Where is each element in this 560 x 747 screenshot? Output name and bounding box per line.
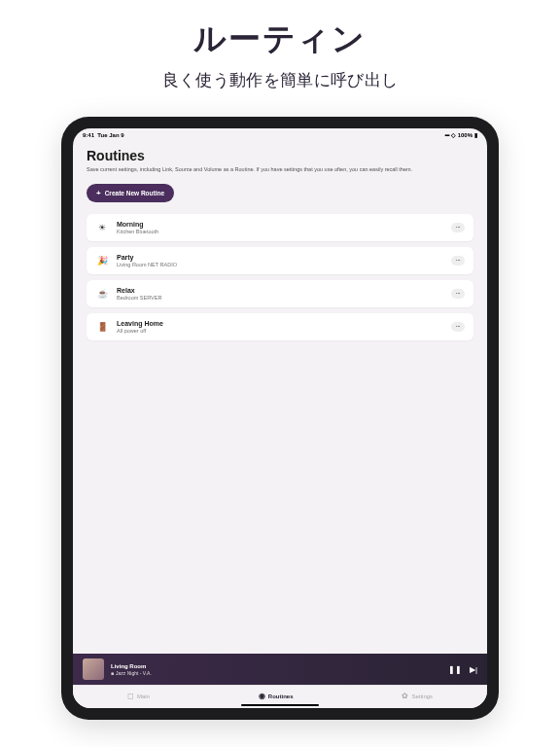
routine-card[interactable]: ☀MorningKitchen Bluetooth···	[87, 214, 473, 241]
routine-icon: ☀	[95, 221, 109, 234]
wifi-icon: ◇	[451, 131, 456, 138]
routine-icon: 🚪	[95, 320, 109, 334]
routine-text: RelaxBedroom SERVER	[117, 287, 443, 301]
player-room: Living Room	[111, 663, 441, 669]
routine-name: Leaving Home	[117, 320, 443, 327]
player-controls: ❚❚ ▶|	[448, 665, 477, 674]
create-button-label: Create New Routine	[105, 190, 164, 196]
status-bar: 9:41 Tue Jan 9 ▪▪▪▪ ◇ 100% ▮	[73, 128, 487, 138]
battery-icon: ▮	[474, 131, 477, 138]
routine-card[interactable]: ☕RelaxBedroom SERVER···	[87, 280, 473, 307]
routine-meta: Bedroom SERVER	[117, 295, 443, 301]
routine-more-button[interactable]: ···	[451, 223, 465, 232]
routine-text: PartyLiving Room NET RADIO	[117, 254, 443, 267]
player-track: ■ Jazz Night - V.A.	[111, 670, 441, 676]
settings-icon: ✿	[402, 692, 408, 700]
tab-main[interactable]: ◻ Main	[127, 692, 150, 700]
routine-text: Leaving HomeAll power off	[117, 320, 443, 334]
routine-icon: 🎉	[95, 254, 109, 267]
routine-card[interactable]: 🚪Leaving HomeAll power off···	[87, 313, 473, 340]
routine-meta: Kitchen Bluetooth	[117, 229, 443, 234]
routine-meta: All power off	[117, 328, 443, 334]
music-icon: ■	[111, 670, 114, 676]
tablet-screen: 9:41 Tue Jan 9 ▪▪▪▪ ◇ 100% ▮ Routines Sa…	[73, 128, 487, 708]
album-art	[83, 658, 104, 680]
routine-name: Party	[117, 254, 443, 261]
routine-name: Relax	[117, 287, 443, 294]
player-text: Living Room ■ Jazz Night - V.A.	[111, 663, 441, 676]
pause-button[interactable]: ❚❚	[448, 665, 462, 674]
player-bar[interactable]: Living Room ■ Jazz Night - V.A. ❚❚ ▶|	[73, 654, 487, 685]
home-indicator	[241, 704, 319, 707]
content: Routines Save current settings, includin…	[73, 138, 487, 654]
page-title: Routines	[87, 148, 473, 163]
create-routine-button[interactable]: + Create New Routine	[87, 184, 174, 202]
routine-name: Morning	[117, 221, 443, 228]
status-right: ▪▪▪▪ ◇ 100% ▮	[444, 131, 477, 138]
routine-more-button[interactable]: ···	[451, 289, 465, 299]
tab-settings[interactable]: ✿ Settings	[402, 692, 433, 700]
routine-text: MorningKitchen Bluetooth	[117, 221, 443, 234]
routine-list: ☀MorningKitchen Bluetooth···🎉PartyLiving…	[87, 214, 473, 340]
tab-routines[interactable]: ◉ Routines	[259, 692, 294, 700]
routine-more-button[interactable]: ···	[451, 322, 465, 332]
status-time-date: 9:41 Tue Jan 9	[83, 132, 124, 138]
routine-meta: Living Room NET RADIO	[117, 262, 443, 267]
routine-more-button[interactable]: ···	[451, 256, 465, 266]
routines-icon: ◉	[259, 692, 265, 700]
promo-subtitle: 良く使う動作を簡単に呼び出し	[0, 69, 560, 91]
signal-icon: ▪▪▪▪	[444, 132, 449, 138]
page-description: Save current settings, including Link, S…	[87, 166, 473, 174]
plus-icon: +	[96, 189, 101, 197]
routine-card[interactable]: 🎉PartyLiving Room NET RADIO···	[87, 247, 473, 274]
promo-title: ルーティン	[0, 18, 560, 61]
main-icon: ◻	[127, 692, 134, 700]
tablet-frame: 9:41 Tue Jan 9 ▪▪▪▪ ◇ 100% ▮ Routines Sa…	[61, 117, 499, 720]
battery-text: 100%	[458, 132, 472, 138]
next-button[interactable]: ▶|	[470, 665, 477, 674]
routine-icon: ☕	[95, 287, 109, 301]
